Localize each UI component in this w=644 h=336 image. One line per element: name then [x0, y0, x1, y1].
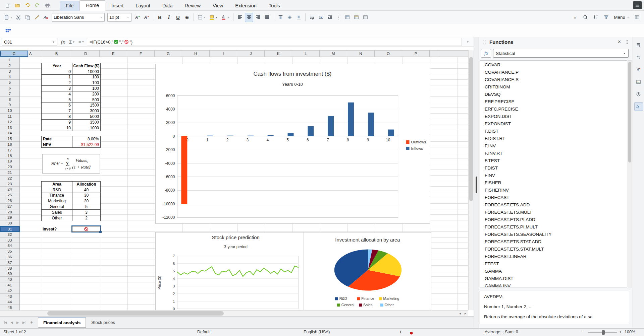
add-sheet-button[interactable]: +: [28, 319, 37, 326]
cashflow-cell[interactable]: 1000: [72, 125, 101, 131]
allocation-header[interactable]: Area: [42, 182, 72, 187]
cashflow-cell[interactable]: 500: [72, 97, 101, 103]
menu-button[interactable]: Menu: [612, 15, 631, 20]
column-header-D[interactable]: D: [72, 51, 100, 57]
row-header-12[interactable]: 12: [0, 119, 20, 125]
function-item[interactable]: GAMMA.INV: [480, 282, 627, 287]
horizontal-scrollbar-thumb[interactable]: [47, 311, 224, 316]
cashflow-cell[interactable]: 3000: [72, 108, 101, 114]
sort-button[interactable]: [592, 13, 600, 22]
clone-formatting-button[interactable]: [33, 13, 41, 22]
row-header-1[interactable]: 1: [0, 57, 20, 63]
row-header-16[interactable]: 16: [0, 142, 20, 147]
year-cell[interactable]: 2: [42, 80, 72, 86]
clear-formatting-button[interactable]: A: [42, 13, 50, 22]
merge-cells-button[interactable]: [317, 13, 325, 22]
undo-button[interactable]: [23, 2, 31, 9]
sidebar-splitter[interactable]: [474, 37, 479, 328]
select-all-corner[interactable]: [0, 51, 20, 57]
menu-tab-view[interactable]: View: [207, 1, 229, 11]
allocation-cell[interactable]: 20: [72, 198, 101, 204]
sheet-tab-financial-analysis[interactable]: Financial analysis: [38, 318, 86, 328]
cashflow-chart[interactable]: Cash flows from investment ($)Years 0-10…: [155, 64, 430, 224]
column-header-A[interactable]: A: [20, 51, 41, 57]
row-header-44[interactable]: 44: [0, 299, 20, 305]
row-header-20[interactable]: 20: [0, 164, 20, 170]
row-header-19[interactable]: 19: [0, 158, 20, 164]
splitter-grip[interactable]: [476, 177, 477, 193]
column-header-M[interactable]: M: [320, 51, 347, 57]
horizontal-scrollbar[interactable]: ◂ ▸: [0, 310, 468, 316]
row-header-15[interactable]: 15: [0, 136, 20, 142]
row-header-27[interactable]: 27: [0, 204, 20, 209]
sidebar-properties-button[interactable]: [634, 53, 643, 61]
row-header-35[interactable]: 35: [0, 249, 20, 254]
cash-flow-header[interactable]: Year: [42, 63, 72, 69]
area-cell[interactable]: Other: [42, 215, 72, 221]
cashflow-cell[interactable]: 100: [72, 75, 101, 80]
menu-tab-layout[interactable]: Layout: [129, 1, 156, 11]
area-cell[interactable]: R&D: [42, 187, 72, 193]
bold-button[interactable]: B: [156, 13, 164, 22]
invest-label[interactable]: Invest?: [41, 226, 72, 232]
cash-flow-header[interactable]: Cash Flow ($): [72, 63, 101, 69]
scroll-right-button[interactable]: ▸: [463, 311, 468, 316]
allocation-cell[interactable]: 40: [72, 187, 101, 193]
sidebar-gallery-button[interactable]: [634, 77, 643, 86]
font-name-select[interactable]: Liberation Sans: [52, 13, 105, 22]
last-sheet-button[interactable]: ▶|: [21, 321, 26, 324]
wrap-text-button[interactable]: [308, 13, 316, 22]
invest-result-cell[interactable]: [72, 226, 100, 232]
function-item[interactable]: FISHERINV: [480, 187, 627, 194]
allocation-cell[interactable]: 2: [72, 215, 101, 221]
function-item[interactable]: FORECAST.ETS.MULT: [480, 209, 627, 216]
year-cell[interactable]: 7: [42, 108, 72, 114]
npv-label[interactable]: NPV: [42, 142, 72, 148]
panel-close-icon[interactable]: ×: [616, 39, 622, 45]
sidebar-settings-button[interactable]: [634, 40, 643, 49]
vertical-scrollbar[interactable]: [468, 50, 474, 310]
menu-tab-tools[interactable]: Tools: [263, 1, 286, 11]
allocation-header[interactable]: Allocation: [72, 182, 101, 187]
row-header-2[interactable]: 2: [0, 63, 20, 69]
language-status[interactable]: English (USA): [304, 330, 330, 334]
zoom-slider[interactable]: [588, 332, 617, 333]
zoom-in-button[interactable]: +: [619, 330, 622, 334]
borders-button[interactable]: [196, 13, 207, 22]
row-header-22[interactable]: 22: [0, 176, 20, 181]
align-left-button[interactable]: [236, 13, 244, 22]
function-item[interactable]: F.INV: [480, 142, 627, 150]
align-bottom-button[interactable]: [294, 13, 303, 22]
function-item[interactable]: F.TEST: [480, 157, 627, 164]
copy-button[interactable]: [23, 13, 32, 22]
zoom-level[interactable]: 100%: [625, 330, 635, 334]
row-header-40[interactable]: 40: [0, 277, 20, 282]
row-header-37[interactable]: 37: [0, 260, 20, 266]
function-wizard-button[interactable]: ƒx: [59, 38, 67, 46]
next-sheet-button[interactable]: ▶: [15, 321, 20, 324]
autofilter-button[interactable]: [602, 13, 610, 22]
column-header-I[interactable]: I: [210, 51, 237, 57]
row-header-42[interactable]: 42: [0, 288, 20, 294]
menu-tab-data[interactable]: Data: [156, 1, 179, 11]
area-cell[interactable]: General: [42, 204, 72, 210]
column-header-B[interactable]: B: [41, 51, 72, 57]
name-box[interactable]: C31: [2, 38, 57, 46]
column-header-G[interactable]: G: [155, 51, 182, 57]
function-item[interactable]: CRITBINOM: [480, 83, 627, 91]
indent-increase-button[interactable]: [326, 13, 334, 22]
font-color-button[interactable]: A: [220, 13, 231, 22]
function-item[interactable]: GAMMA.DIST: [480, 275, 627, 282]
cashflow-cell[interactable]: 200: [72, 91, 101, 97]
quick-blocks-button[interactable]: [4, 26, 12, 35]
previous-sheet-button[interactable]: ◀: [9, 321, 14, 324]
menu-tab-extension[interactable]: Extension: [229, 1, 263, 11]
center-vertically-button[interactable]: [285, 13, 294, 22]
function-item[interactable]: FORECAST: [480, 194, 627, 201]
menu-tab-home[interactable]: Home: [79, 0, 105, 11]
row-header-32[interactable]: 32: [0, 232, 20, 238]
function-item[interactable]: F.DIST: [480, 128, 627, 135]
row-header-7[interactable]: 7: [0, 91, 20, 97]
grow-font-button[interactable]: A: [133, 13, 142, 22]
function-item[interactable]: FORECAST.ETS.PI.MULT: [480, 223, 627, 231]
